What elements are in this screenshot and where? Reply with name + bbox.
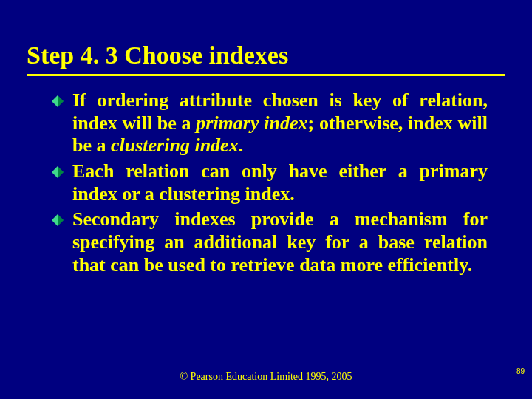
slide: Step 4. 3 Choose indexes If ordering att… xyxy=(0,0,532,399)
bullet-item: Secondary indexes provide a mechanism fo… xyxy=(52,208,488,276)
diamond-bullet-icon xyxy=(52,166,65,180)
svg-marker-9 xyxy=(58,214,64,226)
svg-marker-2 xyxy=(52,95,58,107)
slide-body: If ordering attribute chosen is key of r… xyxy=(24,89,508,276)
slide-title: Step 4. 3 Choose indexes xyxy=(27,41,505,76)
bullet-text: Secondary indexes provide a mechanism fo… xyxy=(72,208,488,276)
bullet-item: Each relation can only have either a pri… xyxy=(52,160,488,205)
bullet-text: If ordering attribute chosen is key of r… xyxy=(72,89,488,157)
svg-marker-6 xyxy=(52,166,58,178)
diamond-bullet-icon xyxy=(52,95,65,109)
page-number: 89 xyxy=(516,367,525,375)
svg-marker-5 xyxy=(58,166,64,178)
copyright-footer: © Pearson Education Limited 1995, 2005 xyxy=(0,371,532,383)
bullet-text: Each relation can only have either a pri… xyxy=(72,160,488,205)
diamond-bullet-icon xyxy=(52,214,65,228)
svg-marker-10 xyxy=(52,214,58,226)
svg-marker-1 xyxy=(58,95,64,107)
bullet-item: If ordering attribute chosen is key of r… xyxy=(52,89,488,157)
